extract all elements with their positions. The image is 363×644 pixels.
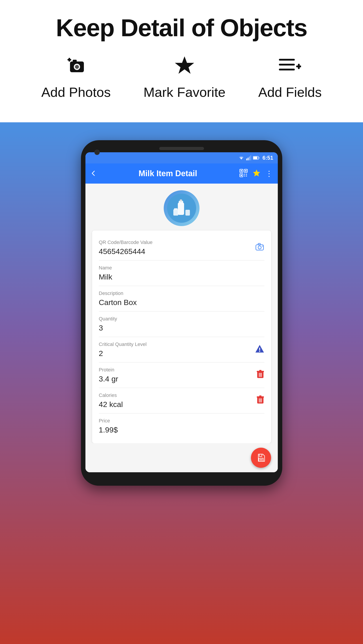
svg-rect-39 xyxy=(258,243,260,245)
field-name: Name Milk xyxy=(99,260,264,286)
svg-point-4 xyxy=(75,65,79,69)
svg-rect-36 xyxy=(186,210,190,216)
svg-rect-27 xyxy=(244,176,245,176)
top-section: Keep Detail of Objects Add Photos xyxy=(0,0,363,122)
svg-rect-15 xyxy=(250,156,251,160)
protein-value[interactable]: 3.4 gr xyxy=(99,374,264,383)
calories-value[interactable]: 42 kcal xyxy=(99,400,264,409)
detail-card: QR Code/Barcode Value 45654265444 xyxy=(92,230,271,443)
fab-container xyxy=(86,443,278,472)
svg-rect-34 xyxy=(173,209,178,216)
field-description: Description Carton Box xyxy=(99,286,264,312)
svg-rect-37 xyxy=(256,245,264,250)
add-photos-label: Add Photos xyxy=(42,84,111,100)
qr-scan-icon[interactable] xyxy=(239,169,248,178)
description-value[interactable]: Carton Box xyxy=(99,298,264,307)
app-bar-actions: ⋮ xyxy=(239,169,273,178)
field-quantity: Quantity 3 xyxy=(99,312,264,337)
mark-favorite-label: Mark Favorite xyxy=(143,84,226,100)
critical-quantity-label: Critical Quantity Level xyxy=(99,342,264,347)
svg-rect-46 xyxy=(259,370,262,371)
price-value[interactable]: 1.99$ xyxy=(99,426,264,434)
name-value[interactable]: Milk xyxy=(99,272,264,281)
svg-point-43 xyxy=(259,350,260,352)
add-fields-icon xyxy=(279,55,301,80)
add-fields-label: Add Fields xyxy=(258,84,322,100)
svg-rect-14 xyxy=(249,156,250,160)
field-calories: Calories 42 kcal xyxy=(99,388,264,414)
calories-label: Calories xyxy=(99,392,264,398)
svg-rect-17 xyxy=(254,157,258,159)
avatar-container xyxy=(86,184,278,230)
phone-notch-area xyxy=(86,147,278,150)
svg-marker-29 xyxy=(253,170,260,176)
mark-favorite-icon xyxy=(174,55,194,80)
warning-icon[interactable] xyxy=(255,344,264,355)
svg-rect-20 xyxy=(241,170,242,172)
phone-section: 6:51 Milk Item Detail xyxy=(0,122,363,644)
svg-rect-33 xyxy=(180,200,182,201)
protein-label: Protein xyxy=(99,367,264,373)
price-label: Price xyxy=(99,418,264,424)
favorite-icon[interactable] xyxy=(252,169,261,178)
app-bar: Milk Item Detail xyxy=(86,164,278,184)
save-fab[interactable] xyxy=(251,448,271,468)
svg-rect-5 xyxy=(73,60,77,62)
svg-rect-35 xyxy=(174,208,178,210)
svg-rect-25 xyxy=(244,174,245,175)
svg-rect-26 xyxy=(246,174,247,175)
svg-rect-56 xyxy=(259,454,262,456)
calories-delete-icon[interactable] xyxy=(256,395,264,406)
field-price: Price 1.99$ xyxy=(99,414,264,439)
more-options-icon[interactable]: ⋮ xyxy=(265,169,273,178)
description-label: Description xyxy=(99,290,264,296)
svg-rect-13 xyxy=(248,158,248,160)
svg-rect-42 xyxy=(259,348,260,350)
qr-camera-icon[interactable] xyxy=(255,242,264,253)
back-button[interactable] xyxy=(90,168,96,179)
name-label: Name xyxy=(99,265,264,271)
protein-delete-icon[interactable] xyxy=(256,370,264,381)
app-bar-title: Milk Item Detail xyxy=(101,169,235,178)
features-row: Add Photos Mark Favorite xyxy=(25,55,338,100)
feature-mark-favorite: Mark Favorite xyxy=(143,55,226,100)
critical-quantity-value[interactable]: 2 xyxy=(99,349,264,358)
feature-add-fields: Add Fields xyxy=(258,55,322,100)
svg-rect-57 xyxy=(259,458,263,461)
feature-add-photos: Add Photos xyxy=(42,55,111,100)
avatar[interactable] xyxy=(164,190,200,226)
svg-rect-12 xyxy=(246,158,247,160)
field-protein: Protein 3.4 gr xyxy=(99,362,264,388)
svg-rect-24 xyxy=(241,175,242,176)
field-critical-quantity: Critical Quantity Level 2 xyxy=(99,337,264,362)
status-bar: 6:51 xyxy=(86,152,278,164)
svg-marker-6 xyxy=(175,56,194,74)
phone-screen: 6:51 Milk Item Detail xyxy=(86,152,278,472)
phone-speaker xyxy=(159,147,204,150)
field-qr-code: QR Code/Barcode Value 45654265444 xyxy=(99,235,264,260)
phone-camera xyxy=(94,150,100,155)
svg-rect-28 xyxy=(246,176,247,176)
content-area: QR Code/Barcode Value 45654265444 xyxy=(86,184,278,472)
quantity-value[interactable]: 3 xyxy=(99,324,264,332)
qr-label: QR Code/Barcode Value xyxy=(99,240,264,245)
svg-rect-22 xyxy=(245,170,246,172)
svg-rect-52 xyxy=(259,395,262,396)
svg-point-40 xyxy=(262,246,263,246)
qr-value[interactable]: 45654265444 xyxy=(99,247,264,256)
status-icons xyxy=(238,156,260,160)
svg-rect-18 xyxy=(258,157,260,158)
phone-frame: 6:51 Milk Item Detail xyxy=(81,140,282,486)
svg-point-38 xyxy=(258,246,261,249)
status-time: 6:51 xyxy=(262,155,273,161)
add-photos-icon xyxy=(66,55,86,80)
svg-rect-31 xyxy=(178,202,184,215)
quantity-label: Quantity xyxy=(99,316,264,322)
main-title: Keep Detail of Objects xyxy=(56,14,307,42)
